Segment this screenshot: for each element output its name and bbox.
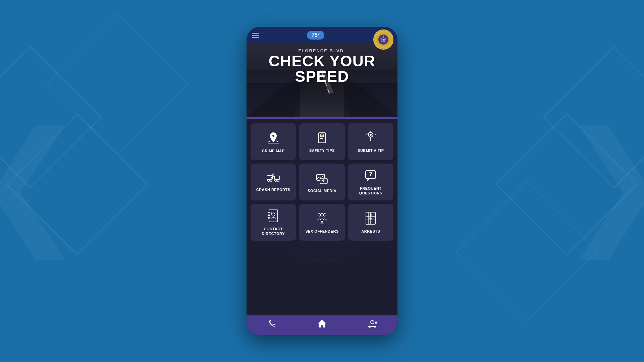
menu-button[interactable] [252,33,259,38]
bg-chevron-right: ❯ [558,103,644,259]
hero-title: CHECK YOUR SPEED [247,53,397,84]
svg-text:✋: ✋ [321,134,323,137]
svg-line-27 [374,133,374,133]
crime-map-label: CRIME MAP [262,149,284,153]
svg-rect-53 [268,217,270,219]
svg-marker-48 [367,179,370,181]
svg-point-32 [370,134,372,136]
grid-row-3: CONTACT DIRECTORY [251,204,393,241]
submit-tip-label: SUBMIT A TIP [358,148,384,153]
svg-point-55 [271,213,272,214]
hero-text: FLORENCE BLVD. CHECK YOUR SPEED [247,43,397,84]
svg-rect-45 [320,178,327,184]
sex-offenders-label: SEX OFFENDERS [305,229,338,234]
phone-screen: 75° PD [247,27,397,335]
arrests-label: ARRESTS [361,229,380,234]
svg-rect-17 [276,140,279,142]
nav-contacts-button[interactable] [368,319,377,330]
svg-rect-51 [268,212,270,213]
contact-directory-button[interactable]: CONTACT DIRECTORY [251,204,296,241]
svg-rect-73 [375,322,377,323]
svg-rect-50 [269,210,278,222]
hero-banner: FLORENCE BLVD. CHECK YOUR SPEED [247,43,397,117]
svg-point-70 [371,320,374,324]
safety-tips-button[interactable]: ✋ SAFETY TIPS [299,123,344,160]
arrests-icon [365,212,377,227]
grid-row-2: CRASH REPORTS SOCIAL MEDIA [251,164,393,200]
purple-divider [247,117,397,119]
svg-rect-35 [274,176,280,179]
crime-map-icon [267,131,280,146]
svg-point-37 [270,179,272,181]
submit-tip-button[interactable]: SUBMIT A TIP [348,123,393,160]
svg-point-68 [370,214,372,216]
svg-rect-74 [375,323,377,324]
svg-rect-72 [375,321,377,321]
frequent-questions-icon: ? [364,169,377,184]
crash-reports-icon [266,173,280,185]
contact-directory-icon [268,209,279,224]
svg-line-61 [323,222,323,224]
safety-tips-label: SAFETY TIPS [309,148,335,153]
social-media-icon [315,172,329,186]
frequent-questions-label: FREQUENT QUESTIONS [351,186,391,195]
weather-badge: 75° [307,31,324,40]
svg-point-39 [277,179,279,181]
svg-point-58 [323,214,326,216]
social-media-button[interactable]: SOCIAL MEDIA [299,164,344,200]
bg-chevron-left: ❮ [0,103,86,259]
svg-rect-66 [366,216,375,217]
crash-reports-label: CRASH REPORTS [256,188,290,192]
sex-offenders-icon [315,212,329,227]
top-bar: 75° PD [247,27,397,43]
svg-rect-16 [268,140,271,142]
svg-rect-11 [344,83,397,117]
arrests-button[interactable]: ARRESTS [348,204,393,241]
svg-rect-10 [247,83,300,117]
sex-offenders-button[interactable]: SEX OFFENDERS [299,204,344,241]
svg-text:?: ? [369,171,372,177]
svg-point-36 [268,179,270,181]
svg-rect-52 [268,215,270,216]
svg-marker-69 [318,320,326,327]
svg-text:PD: PD [382,39,385,41]
social-media-label: SOCIAL MEDIA [308,189,336,193]
svg-line-60 [321,222,321,224]
bottom-navigation [247,315,397,335]
svg-point-38 [275,179,277,181]
svg-rect-33 [370,139,371,141]
svg-point-57 [321,214,323,216]
nav-home-button[interactable] [317,319,327,330]
contact-directory-label: CONTACT DIRECTORY [253,227,293,236]
crash-reports-button[interactable]: CRASH REPORTS [251,164,296,200]
submit-tip-icon [364,131,377,146]
phone-container: 75° PD [247,27,397,335]
police-badge: PD [373,29,393,50]
crime-map-button[interactable]: CRIME MAP [251,123,296,160]
frequent-questions-button[interactable]: ? FREQUENT QUESTIONS [348,164,393,200]
svg-line-28 [367,133,368,133]
nav-phone-button[interactable] [267,319,276,330]
grid-row-1: CRIME MAP ✋ SAFETY TIPS [251,123,393,160]
svg-point-56 [318,214,321,216]
svg-rect-22 [320,138,323,139]
svg-rect-67 [366,220,375,220]
safety-tips-icon: ✋ [316,131,328,146]
menu-grid: POLICE DEPT. CRIME MAP [247,119,397,315]
